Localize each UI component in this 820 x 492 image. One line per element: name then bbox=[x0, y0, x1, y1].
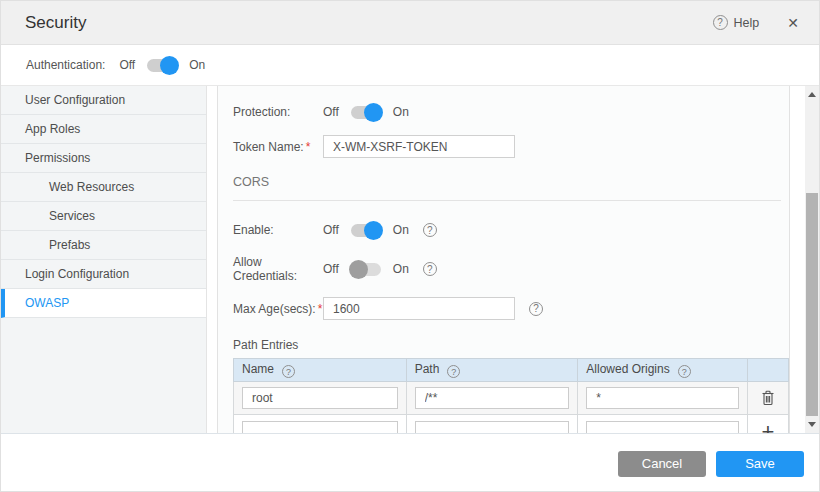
dialog-body: User Configuration App Roles Permissions… bbox=[1, 86, 819, 433]
toggle-on-label: On bbox=[393, 223, 409, 237]
authentication-label: Authentication: bbox=[26, 58, 105, 72]
owasp-settings-panel: Protection: Off On Token Name:* CORS Ena… bbox=[217, 86, 790, 433]
name-column-help-icon[interactable]: ? bbox=[282, 365, 295, 378]
cors-section-heading: CORS bbox=[233, 175, 781, 189]
required-marker: * bbox=[306, 140, 311, 154]
authentication-row: Authentication: Off On bbox=[1, 45, 819, 86]
toggle-on-label: On bbox=[393, 262, 409, 276]
dialog-footer: Cancel Save bbox=[1, 433, 819, 492]
row1-path-input[interactable] bbox=[415, 387, 570, 409]
delete-row-button[interactable] bbox=[761, 390, 775, 409]
dialog-titlebar: Security ? Help ✕ bbox=[1, 1, 819, 45]
help-icon[interactable]: ? bbox=[713, 15, 728, 30]
scroll-up-arrow-icon[interactable] bbox=[808, 92, 816, 97]
allow-credentials-toggle[interactable]: Off On bbox=[323, 262, 409, 276]
cors-enable-toggle[interactable]: Off On bbox=[323, 223, 409, 237]
column-header-actions bbox=[748, 359, 789, 382]
token-name-label: Token Name:* bbox=[233, 140, 323, 154]
sidebar-item-prefabs[interactable]: Prefabs bbox=[1, 231, 206, 260]
max-age-help-icon[interactable]: ? bbox=[529, 302, 543, 316]
toggle-track[interactable] bbox=[147, 59, 177, 72]
column-header-path: Path? bbox=[406, 359, 578, 382]
allow-credentials-row: Allow Credentials: Off On ? bbox=[233, 255, 781, 283]
toggle-knob[interactable] bbox=[364, 221, 383, 240]
table-row: + bbox=[234, 415, 789, 434]
toggle-on-label: On bbox=[393, 105, 409, 119]
toggle-on-label: On bbox=[189, 58, 205, 72]
required-marker: * bbox=[318, 302, 323, 316]
row1-name-input[interactable] bbox=[242, 387, 398, 409]
toggle-off-label: Off bbox=[119, 58, 135, 72]
token-name-row: Token Name:* bbox=[233, 135, 781, 158]
column-header-name: Name? bbox=[234, 359, 407, 382]
allowed-origins-column-help-icon[interactable]: ? bbox=[678, 365, 691, 378]
table-row bbox=[234, 382, 789, 415]
column-header-allowed-origins: Allowed Origins? bbox=[578, 359, 748, 382]
max-age-input[interactable] bbox=[323, 297, 515, 320]
close-icon[interactable]: ✕ bbox=[787, 15, 799, 31]
max-age-row: Max Age(secs):* ? bbox=[233, 297, 781, 320]
cors-enable-label: Enable: bbox=[233, 223, 323, 237]
path-entries-table: Name? Path? Allowed Origins? bbox=[233, 358, 789, 433]
toggle-knob[interactable] bbox=[160, 56, 179, 75]
vertical-scrollbar[interactable] bbox=[805, 86, 819, 433]
trash-icon bbox=[761, 390, 775, 406]
sidebar: User Configuration App Roles Permissions… bbox=[1, 86, 207, 433]
add-row-button[interactable]: + bbox=[756, 415, 780, 433]
page-title: Security bbox=[25, 13, 86, 33]
sidebar-item-owasp[interactable]: OWASP bbox=[1, 289, 206, 318]
cors-divider bbox=[233, 200, 781, 201]
toggle-knob[interactable] bbox=[364, 103, 383, 122]
path-entries-title: Path Entries bbox=[233, 338, 781, 352]
allow-credentials-label: Allow Credentials: bbox=[233, 255, 323, 283]
save-button[interactable]: Save bbox=[716, 451, 804, 477]
cors-enable-row: Enable: Off On ? bbox=[233, 223, 781, 237]
toggle-off-label: Off bbox=[323, 223, 339, 237]
cancel-button[interactable]: Cancel bbox=[618, 451, 706, 477]
toggle-track[interactable] bbox=[351, 263, 381, 276]
sidebar-item-user-configuration[interactable]: User Configuration bbox=[1, 86, 206, 115]
cors-enable-help-icon[interactable]: ? bbox=[423, 223, 437, 237]
sidebar-item-login-configuration[interactable]: Login Configuration bbox=[1, 260, 206, 289]
sidebar-item-app-roles[interactable]: App Roles bbox=[1, 115, 206, 144]
sidebar-item-services[interactable]: Services bbox=[1, 202, 206, 231]
allow-credentials-help-icon[interactable]: ? bbox=[423, 262, 437, 276]
toggle-off-label: Off bbox=[323, 262, 339, 276]
toggle-track[interactable] bbox=[351, 106, 381, 119]
scrollbar-thumb[interactable] bbox=[806, 193, 818, 416]
path-column-help-icon[interactable]: ? bbox=[447, 365, 460, 378]
max-age-label: Max Age(secs):* bbox=[233, 302, 323, 316]
help-link[interactable]: Help bbox=[734, 16, 760, 30]
sidebar-content-gap bbox=[207, 86, 217, 433]
token-name-input[interactable] bbox=[323, 135, 515, 158]
row2-path-input[interactable] bbox=[415, 421, 570, 434]
authentication-toggle[interactable]: Off On bbox=[119, 58, 205, 72]
row2-allowed-origins-input[interactable] bbox=[586, 421, 739, 434]
table-header-row: Name? Path? Allowed Origins? bbox=[234, 359, 789, 382]
toggle-off-label: Off bbox=[323, 105, 339, 119]
sidebar-item-permissions[interactable]: Permissions bbox=[1, 144, 206, 173]
row2-name-input[interactable] bbox=[242, 421, 398, 434]
protection-row: Protection: Off On bbox=[233, 105, 781, 119]
protection-toggle[interactable]: Off On bbox=[323, 105, 409, 119]
toggle-track[interactable] bbox=[351, 224, 381, 237]
row1-allowed-origins-input[interactable] bbox=[586, 387, 739, 409]
scroll-down-arrow-icon[interactable] bbox=[808, 422, 816, 427]
sidebar-item-web-resources[interactable]: Web Resources bbox=[1, 173, 206, 202]
content-right-gap bbox=[790, 86, 805, 433]
protection-label: Protection: bbox=[233, 105, 323, 119]
toggle-knob[interactable] bbox=[349, 260, 368, 279]
